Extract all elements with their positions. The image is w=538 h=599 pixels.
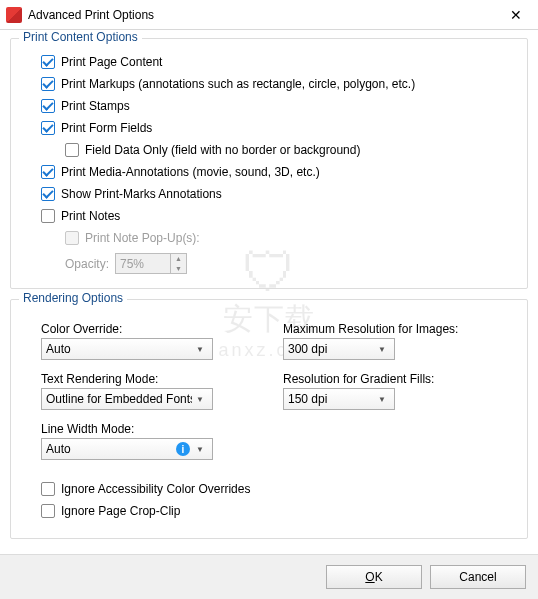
print-content-options-group: Print Content Options Print Page Content… [10, 38, 528, 289]
max-resolution-combo[interactable]: 300 dpi ▼ [283, 338, 395, 360]
group-legend: Print Content Options [19, 30, 142, 44]
app-icon [6, 7, 22, 23]
chevron-down-icon: ▼ [374, 395, 390, 404]
text-rendering-label: Text Rendering Mode: [41, 372, 255, 386]
chevron-down-icon: ▼ [192, 445, 208, 454]
window-title: Advanced Print Options [28, 8, 493, 22]
group-legend: Rendering Options [19, 291, 127, 305]
title-bar: Advanced Print Options ✕ [0, 0, 538, 30]
ignore-crop-clip-label[interactable]: Ignore Page Crop-Clip [61, 502, 180, 520]
print-media-annotations-label[interactable]: Print Media-Annotations (movie, sound, 3… [61, 163, 320, 181]
opacity-label: Opacity: [65, 257, 109, 271]
print-notes-checkbox[interactable] [41, 209, 55, 223]
show-print-marks-checkbox[interactable] [41, 187, 55, 201]
ignore-crop-clip-checkbox[interactable] [41, 504, 55, 518]
print-note-popups-checkbox [65, 231, 79, 245]
print-markups-checkbox[interactable] [41, 77, 55, 91]
gradient-resolution-label: Resolution for Gradient Fills: [283, 372, 497, 386]
line-width-label: Line Width Mode: [41, 422, 255, 436]
cancel-button[interactable]: Cancel [430, 565, 526, 589]
ok-button[interactable]: OK [326, 565, 422, 589]
chevron-down-icon: ▼ [192, 395, 208, 404]
print-markups-label[interactable]: Print Markups (annotations such as recta… [61, 75, 415, 93]
ignore-accessibility-label[interactable]: Ignore Accessibility Color Overrides [61, 480, 250, 498]
chevron-down-icon: ▼ [374, 345, 390, 354]
close-button[interactable]: ✕ [493, 0, 538, 30]
show-print-marks-label[interactable]: Show Print-Marks Annotations [61, 185, 222, 203]
gradient-resolution-combo[interactable]: 150 dpi ▼ [283, 388, 395, 410]
line-width-combo[interactable]: Auto i ▼ [41, 438, 213, 460]
print-form-fields-label[interactable]: Print Form Fields [61, 119, 152, 137]
max-resolution-label: Maximum Resolution for Images: [283, 322, 497, 336]
print-form-fields-checkbox[interactable] [41, 121, 55, 135]
print-page-content-checkbox[interactable] [41, 55, 55, 69]
spinner-down-icon: ▼ [171, 264, 186, 274]
print-page-content-label[interactable]: Print Page Content [61, 53, 162, 71]
info-icon: i [176, 442, 190, 456]
ignore-accessibility-checkbox[interactable] [41, 482, 55, 496]
field-data-only-checkbox[interactable] [65, 143, 79, 157]
print-stamps-checkbox[interactable] [41, 99, 55, 113]
opacity-spinner: 75% ▲ ▼ [115, 253, 187, 274]
color-override-label: Color Override: [41, 322, 255, 336]
text-rendering-combo[interactable]: Outline for Embedded Fonts ▼ [41, 388, 213, 410]
print-stamps-label[interactable]: Print Stamps [61, 97, 130, 115]
print-note-popups-label: Print Note Pop-Up(s): [85, 229, 200, 247]
dialog-footer: OK Cancel [0, 554, 538, 599]
spinner-up-icon: ▲ [171, 254, 186, 264]
print-notes-label[interactable]: Print Notes [61, 207, 120, 225]
color-override-combo[interactable]: Auto ▼ [41, 338, 213, 360]
field-data-only-label[interactable]: Field Data Only (field with no border or… [85, 141, 360, 159]
chevron-down-icon: ▼ [192, 345, 208, 354]
rendering-options-group: Rendering Options Color Override: Auto ▼… [10, 299, 528, 539]
print-media-annotations-checkbox[interactable] [41, 165, 55, 179]
